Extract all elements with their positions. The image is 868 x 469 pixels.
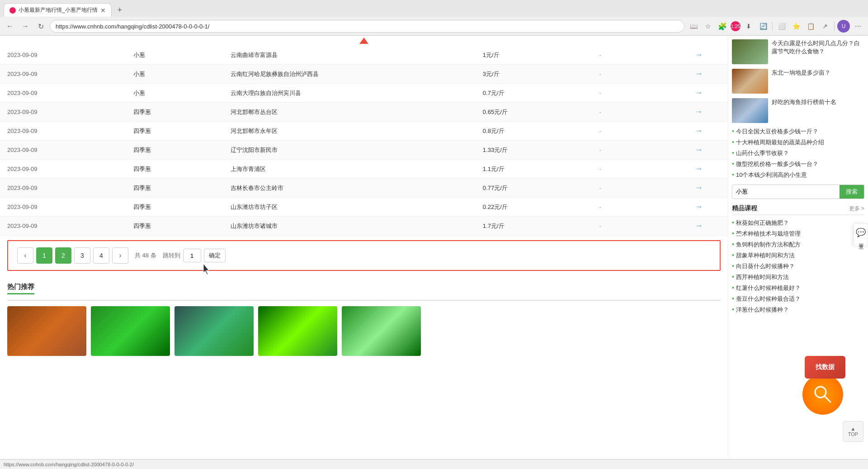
sidebar-search-input[interactable] [732,185,840,199]
detail-link-arrow[interactable]: → [695,145,703,154]
cell-link[interactable]: → [670,46,728,65]
jing-ke-bullet: • [732,295,734,302]
jing-ke-link-item[interactable]: • 向日葵什么时候播种？ [732,262,864,270]
menu-button[interactable]: ⋯ [852,20,864,33]
favorites-icon[interactable]: ⭐ [790,20,802,33]
cell-date: 2023-09-09 [0,179,126,198]
jing-ke-link-item[interactable]: • 红薯什么时候种植最好？ [732,284,864,292]
cell-product: 四季葱 [126,141,223,160]
float-banner-text: 找数据 [816,363,835,371]
jing-ke-link-item[interactable]: • 秋葵如何正确施肥？ [732,219,864,227]
tab-close-btn[interactable]: ✕ [100,7,106,14]
recommend-item-2[interactable] [91,306,170,356]
extensions-icon[interactable]: 🧩 [716,20,729,33]
detail-link-arrow[interactable]: → [695,69,703,78]
cell-link[interactable]: → [670,141,728,160]
cell-link[interactable]: → [670,160,728,179]
prev-page-button[interactable]: ‹ [17,247,33,264]
back-button[interactable]: ← [4,20,16,33]
jump-input[interactable] [183,249,201,262]
split-view-icon[interactable]: ⬜ [775,20,788,33]
sidebar-bullet-link[interactable]: • 十大种植周期最短的蔬菜品种介绍 [732,138,864,147]
jump-label: 跳转到 [163,251,180,260]
page-3-button[interactable]: 3 [74,247,90,264]
sidebar-bullet-link[interactable]: • 今日全国大豆价格多少钱一斤？ [732,128,864,136]
sync-icon[interactable]: 🔄 [757,20,769,33]
jing-ke-link-item[interactable]: • 西芹种植时间和方法 [732,273,864,281]
sidebar-article-item[interactable]: 东北一垧地是多少亩？ [732,69,864,94]
detail-link-arrow[interactable]: → [695,202,703,211]
table-row: 2023-09-09 四季葱 上海市青浦区 1.1元/斤 - → [0,160,728,179]
sidebar-article-item[interactable]: 今天白露是什么时间几点几分？白露节气吃什么食物？ [732,39,864,64]
active-tab[interactable]: 小葱最新产地行情_小葱产地行情 ✕ [4,3,112,17]
bullet-icon: • [732,128,734,135]
jing-ke-more[interactable]: 更多 > [849,205,864,213]
jing-ke-link-item[interactable]: • 甜象草种植时间和方法 [732,251,864,260]
jing-ke-bullet: • [732,273,734,280]
jump-confirm-button[interactable]: 确定 [204,249,226,262]
cell-location: 辽宁沈阳市新民市 [223,141,476,160]
sidebar-links: • 今日全国大豆价格多少钱一斤？ • 十大种植周期最短的蔬菜品种介绍 • 山药什… [732,128,864,179]
detail-link-arrow[interactable]: → [695,183,703,192]
jing-ke-link-item[interactable]: • 鱼饲料的制作方法和配方 [732,241,864,249]
scroll-triangle [0,36,728,46]
jing-ke-link-item[interactable]: • 蚕豆什么时候种最合适？ [732,295,864,303]
jing-ke-bullet: • [732,219,734,226]
refresh-button[interactable]: ↻ [34,20,47,33]
sidebar-search-button[interactable]: 搜索 [840,185,864,199]
forward-button[interactable]: → [19,20,32,33]
share-icon[interactable]: ↗ [819,20,831,33]
sidebar-bullet-link[interactable]: • 山药什么季节收获？ [732,149,864,157]
immersive-reader-icon[interactable]: 📖 [687,20,700,33]
url-bar[interactable]: https://www.cnhnb.com/hangqing/cdlist-20… [50,20,684,33]
detail-link-arrow[interactable]: → [695,126,703,135]
timer-badge[interactable]: 1:25 [731,21,741,31]
cell-price: 0.22元/斤 [476,198,592,217]
cell-link[interactable]: → [670,217,728,236]
detail-link-arrow[interactable]: → [695,50,703,59]
detail-link-arrow[interactable]: → [695,88,703,97]
new-tab-button[interactable]: + [113,4,126,16]
top-arrow-icon: ▲ [851,426,856,431]
sidebar-bullet-link[interactable]: • 微型挖机价格一般多少钱一台？ [732,160,864,168]
cell-price: 1元/斤 [476,46,592,65]
cell-location: 山东潍坊市诸城市 [223,217,476,236]
recommend-item-3[interactable] [175,306,254,356]
jing-ke-link-item[interactable]: • 苎术种植技术与栽培管理 [732,230,864,238]
next-page-button[interactable]: › [112,247,128,264]
cell-link[interactable]: → [670,198,728,217]
jing-ke-link-text: 向日葵什么时候播种？ [736,262,795,270]
bookmark-icon[interactable]: ☆ [702,20,714,33]
sidebar-bullet-link[interactable]: • 10个本钱少利润高的小生意 [732,171,864,179]
cell-link[interactable]: → [670,179,728,198]
jing-ke-link-item[interactable]: • 洋葱什么时候播种？ [732,306,864,314]
recommend-item-5[interactable] [342,306,421,356]
cell-link[interactable]: → [670,122,728,141]
float-chat-widget[interactable]: 💬 聊生意 [854,223,868,246]
page-4-button[interactable]: 4 [93,247,109,264]
sidebar-article-item[interactable]: 好吃的海鱼排行榜前十名 [732,98,864,123]
downloads-icon[interactable]: ⬇ [742,20,755,33]
jing-ke-bullet: • [732,284,734,291]
float-search-bubble[interactable] [802,374,843,415]
cell-link[interactable]: → [670,103,728,122]
collections-icon[interactable]: 📋 [804,20,817,33]
cell-link[interactable]: → [670,65,728,84]
profile-avatar[interactable]: U [837,20,850,33]
page-1-button[interactable]: 1 [36,247,52,264]
back-to-top-button[interactable]: ▲ TOP [843,421,863,442]
search-bubble-icon [811,383,834,406]
detail-link-arrow[interactable]: → [695,164,703,173]
detail-link-arrow[interactable]: → [695,221,703,230]
detail-link-arrow[interactable]: → [695,107,703,116]
cell-change: - [592,217,670,236]
jing-ke-link-text: 鱼饲料的制作方法和配方 [736,241,801,249]
cell-product: 小葱 [126,46,223,65]
recommend-item-4[interactable] [258,306,337,356]
float-find-data-banner[interactable]: 找数据 [805,356,845,379]
recommend-item-1[interactable] [7,306,86,356]
cell-link[interactable]: → [670,84,728,103]
page-2-button[interactable]: 2 [55,247,71,264]
table-row: 2023-09-09 四季葱 河北邯郸市永年区 0.8元/斤 - → [0,122,728,141]
article-title: 东北一垧地是多少亩？ [772,69,830,94]
